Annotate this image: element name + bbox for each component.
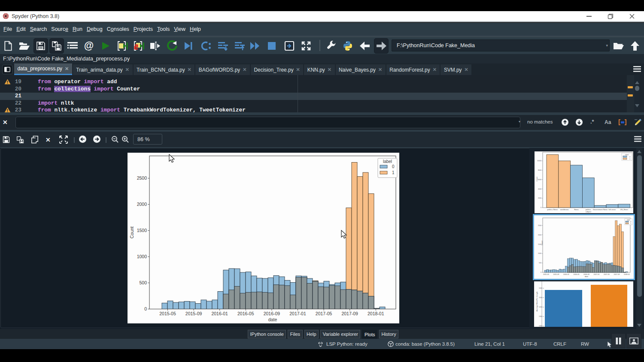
svg-text:1000: 1000 — [539, 287, 542, 289]
svg-text:0: 0 — [144, 306, 147, 311]
svg-text:2015-05: 2015-05 — [543, 274, 549, 275]
svg-text:1: 1 — [630, 223, 631, 224]
svg-text:500: 500 — [539, 262, 541, 264]
svg-text:politics-News: politics-News — [547, 208, 558, 211]
svg-text:US_News: US_News — [620, 208, 628, 211]
svg-text:2018-01: 2018-01 — [624, 274, 630, 275]
svg-text:Count: Count — [129, 226, 134, 238]
svg-text:10000: 10000 — [537, 160, 541, 162]
svg-text:1300: 1300 — [539, 316, 542, 317]
svg-text:2000: 2000 — [137, 202, 147, 207]
svg-text:1000: 1000 — [137, 254, 147, 259]
svg-text:500: 500 — [139, 280, 147, 285]
svg-text:2016-05: 2016-05 — [237, 311, 254, 316]
svg-text:6000: 6000 — [538, 179, 541, 181]
svg-text:2017-01: 2017-01 — [289, 311, 306, 316]
svg-text:2015-05: 2015-05 — [159, 311, 176, 316]
svg-text:2017-09: 2017-09 — [614, 274, 620, 275]
svg-text:subject: subject — [586, 211, 592, 213]
svg-text:4000: 4000 — [538, 188, 541, 190]
svg-text:Average Word Per Length: Average Word Per Length — [536, 292, 538, 311]
svg-text:label: label — [627, 219, 630, 221]
svg-text:2015-09: 2015-09 — [185, 311, 202, 316]
svg-text:1500: 1500 — [137, 228, 147, 233]
svg-text:2000: 2000 — [538, 197, 541, 199]
svg-text:2017-01: 2017-01 — [594, 274, 600, 275]
svg-text:1200: 1200 — [539, 306, 542, 308]
svg-text:2016-01: 2016-01 — [563, 274, 569, 275]
svg-text:2000: 2000 — [538, 234, 541, 236]
svg-text:0: 0 — [541, 207, 541, 208]
svg-text:left-news: left-news — [609, 208, 616, 211]
svg-text:1: 1 — [392, 170, 395, 175]
svg-text:1100: 1100 — [539, 297, 542, 299]
svg-text:worldnews: worldnews — [560, 208, 569, 211]
svg-text:2016-01: 2016-01 — [211, 311, 228, 316]
svg-text:0: 0 — [541, 272, 541, 273]
svg-text:Count: Count — [541, 240, 543, 245]
svg-text:2500: 2500 — [137, 175, 147, 181]
svg-text:2500: 2500 — [538, 225, 541, 226]
svg-text:2016-09: 2016-09 — [264, 311, 280, 316]
svg-text:2018-01: 2018-01 — [368, 311, 384, 316]
svg-text:2017-09: 2017-09 — [341, 311, 358, 316]
svg-text:Government News: Government News — [593, 208, 608, 211]
svg-text:2017-05: 2017-05 — [316, 311, 332, 316]
svg-text:2016-05: 2016-05 — [574, 274, 580, 275]
svg-text:Count: Count — [536, 176, 538, 181]
svg-text:1400: 1400 — [539, 325, 542, 327]
svg-text:date: date — [268, 317, 277, 322]
svg-text:label: label — [625, 154, 629, 156]
svg-text:News: News — [574, 208, 578, 211]
svg-text:8000: 8000 — [538, 169, 541, 171]
svg-text:2015-09: 2015-09 — [553, 274, 559, 275]
svg-text:0: 0 — [392, 164, 395, 169]
svg-text:1000: 1000 — [538, 253, 541, 254]
svg-text:label: label — [383, 159, 392, 164]
svg-text:date: date — [585, 275, 589, 278]
svg-text:2017-05: 2017-05 — [604, 274, 610, 275]
